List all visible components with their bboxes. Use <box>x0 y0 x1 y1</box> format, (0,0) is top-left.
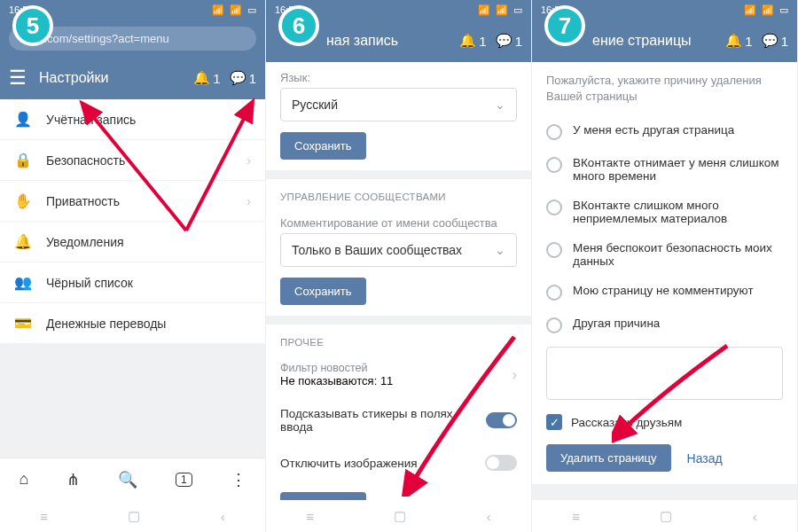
battery-icon: ▭ <box>779 4 788 16</box>
reason-label: Другая причина <box>573 317 660 330</box>
empty-area <box>0 344 265 458</box>
row-label: Безопасность <box>46 153 246 168</box>
settings-list: 👤 Учётная запись › 🔒 Безопасность › ✋ Пр… <box>0 99 265 458</box>
tell-friends-label: Рассказать друзьям <box>571 416 682 429</box>
action-buttons: Удалить страницу Назад <box>532 439 797 484</box>
home-nav-icon[interactable]: ▢ <box>128 508 140 524</box>
battery-icon: ▭ <box>513 4 522 16</box>
notifications-icon[interactable]: 🔔1 <box>459 33 486 49</box>
radio-icon <box>546 285 562 301</box>
reason-radio-2[interactable]: ВКонтакте слишком много неприемлемых мат… <box>532 191 797 233</box>
row-label: Уведомления <box>46 235 251 249</box>
divider <box>266 316 531 325</box>
back-nav-icon[interactable]: ‹ <box>753 509 757 524</box>
row-label: Приватность <box>46 194 246 208</box>
settings-row-security[interactable]: 🔒 Безопасность › <box>0 140 265 181</box>
messages-icon[interactable]: 💬1 <box>496 33 522 49</box>
toggle-switch-off[interactable] <box>485 455 517 471</box>
reason-label: ВКонтакте отнимает у меня слишком много … <box>573 156 783 183</box>
lock-icon: 🔒 <box>14 152 34 168</box>
stickers-toggle-row[interactable]: Подсказывать стикеры в полях ввода <box>266 396 531 444</box>
account-settings-body: Язык: Русский ⌄ Сохранить УПРАВЛЕНИЕ СОО… <box>266 62 531 500</box>
status-icons: 📶 📶 ▭ <box>744 4 788 16</box>
language-value: Русский <box>292 98 338 112</box>
back-nav-icon[interactable]: ‹ <box>487 509 491 524</box>
chevron-right-icon: › <box>246 113 251 127</box>
save-other-button[interactable]: Сохранить <box>280 492 366 500</box>
messages-icon[interactable]: 💬1 <box>230 70 256 86</box>
save-commenting-button[interactable]: Сохранить <box>280 278 366 305</box>
notifications-icon[interactable]: 🔔1 <box>193 70 220 86</box>
back-nav-icon[interactable]: ‹ <box>221 509 225 524</box>
system-nav-bar: ≡ ▢ ‹ <box>0 500 265 532</box>
news-filter-value: Не показываются: 11 <box>280 374 393 387</box>
news-filter-row[interactable]: Фильтр новостей Не показываются: 11 › <box>266 353 531 396</box>
tell-friends-row[interactable]: ✓ Рассказать друзьям <box>532 405 797 439</box>
step-badge-6: 6 <box>278 5 319 46</box>
delete-page-button[interactable]: Удалить страницу <box>546 444 671 472</box>
reason-textarea[interactable] <box>546 347 783 400</box>
menu-icon[interactable]: ☰ <box>9 66 27 90</box>
divider <box>266 170 531 179</box>
commenting-select[interactable]: Только в Ваших сообществах ⌄ <box>280 233 517 267</box>
save-language-button[interactable]: Сохранить <box>280 132 366 160</box>
wifi-icon: 📶 <box>762 4 774 16</box>
recent-icon[interactable]: ≡ <box>306 509 314 524</box>
images-label: Отключить изображения <box>280 457 418 470</box>
signal-icon: 📶 <box>744 4 756 16</box>
chevron-right-icon: › <box>246 153 251 168</box>
home-nav-icon[interactable]: ▢ <box>660 508 672 524</box>
commenting-value: Только в Ваших сообществах <box>292 243 462 257</box>
share-icon[interactable]: ⋔ <box>66 470 80 489</box>
language-select[interactable]: Русский ⌄ <box>280 88 517 121</box>
back-button[interactable]: Назад <box>687 451 723 466</box>
row-label: Чёрный список <box>46 276 251 290</box>
chevron-right-icon: › <box>512 367 517 383</box>
tabs-icon[interactable]: 1 <box>176 473 192 487</box>
page-header: ☰ Настройки 🔔1 💬1 <box>0 57 265 99</box>
reason-radio-4[interactable]: Мою страницу не комментируют <box>532 276 797 309</box>
settings-row-payments[interactable]: 💳 Денежные переводы <box>0 303 265 344</box>
messages-icon[interactable]: 💬1 <box>762 33 788 49</box>
reason-radio-3[interactable]: Меня беспокоит безопасность моих данных <box>532 233 797 276</box>
user-icon: 👤 <box>14 111 34 128</box>
radio-icon <box>546 124 562 140</box>
people-icon: 👥 <box>14 274 34 291</box>
wifi-icon: 📶 <box>496 4 508 16</box>
row-label: Денежные переводы <box>46 317 251 331</box>
recent-icon[interactable]: ≡ <box>40 509 48 524</box>
news-filter-label: Фильтр новостей <box>280 362 393 374</box>
empty-area <box>532 484 797 500</box>
step-badge-7: 7 <box>544 5 585 46</box>
panel-7: 7 16:55 📶 📶 ▭ ение страницы 🔔1 💬1 Пожалу… <box>532 0 798 532</box>
search-icon[interactable]: 🔍 <box>118 470 137 489</box>
reason-radio-0[interactable]: У меня есть другая страница <box>532 115 797 148</box>
commenting-label: Комментирование от имени сообщества <box>266 207 531 233</box>
settings-row-privacy[interactable]: ✋ Приватность › <box>0 181 265 222</box>
section-communities: УПРАВЛЕНИЕ СООБЩЕСТВАМИ <box>266 179 531 207</box>
toggle-switch-on[interactable] <box>486 412 517 428</box>
checkbox-checked-icon: ✓ <box>546 414 562 430</box>
chevron-down-icon: ⌄ <box>495 243 505 257</box>
bell-icon: 🔔 <box>14 233 34 250</box>
system-nav-bar: ≡ ▢ ‹ <box>532 500 797 532</box>
panel-5: 5 16:55 📶 📶 ▭ m.vk.com/settings?act=menu… <box>0 0 266 532</box>
home-nav-icon[interactable]: ▢ <box>394 508 406 524</box>
reason-radio-1[interactable]: ВКонтакте отнимает у меня слишком много … <box>532 148 797 191</box>
settings-row-notifications[interactable]: 🔔 Уведомления <box>0 222 265 262</box>
home-icon[interactable]: ⌂ <box>19 470 28 489</box>
settings-row-blacklist[interactable]: 👥 Чёрный список <box>0 262 265 303</box>
settings-row-account[interactable]: 👤 Учётная запись › <box>0 99 265 140</box>
signal-icon: 📶 <box>212 4 224 16</box>
images-toggle-row[interactable]: Отключить изображения <box>266 444 531 481</box>
panel-6: 6 16:55 📶 📶 ▭ ная запись 🔔1 💬1 Язык: Рус… <box>266 0 532 532</box>
row-label: Учётная запись <box>46 113 246 127</box>
step-badge-5: 5 <box>12 5 53 46</box>
page-title: Настройки <box>39 70 184 86</box>
notifications-icon[interactable]: 🔔1 <box>725 33 752 49</box>
card-icon: 💳 <box>14 315 34 332</box>
language-label: Язык: <box>266 62 531 88</box>
reason-radio-5[interactable]: Другая причина <box>532 309 797 341</box>
kebab-icon[interactable]: ⋮ <box>231 470 246 489</box>
recent-icon[interactable]: ≡ <box>572 509 580 524</box>
